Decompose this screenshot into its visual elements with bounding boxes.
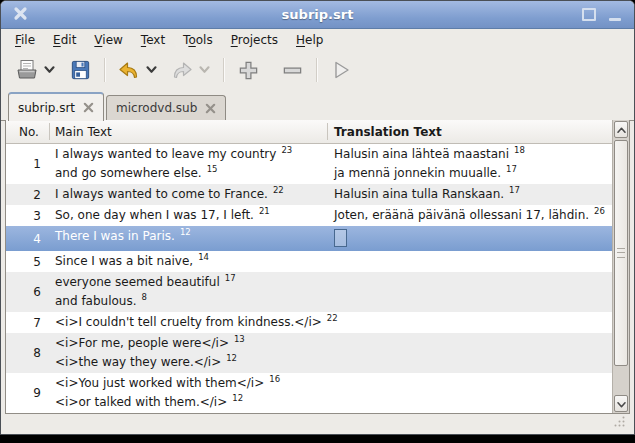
char-count: 12 [232, 393, 243, 403]
redo-dropdown[interactable] [196, 56, 213, 84]
char-count: 17 [225, 273, 236, 283]
open-file-button[interactable] [13, 56, 41, 84]
table-header: No. Main Text Translation Text [6, 120, 612, 144]
subtitle-table: No. Main Text Translation Text 1I always… [5, 120, 630, 414]
table-row[interactable]: 3So, one day when I was 17, I left.21Jot… [6, 205, 612, 226]
char-count: 18 [514, 145, 525, 155]
scroll-up-button[interactable] [614, 121, 628, 138]
subtitle-line: <i>For me, people were</i>13 [55, 334, 328, 353]
row-number: 7 [6, 312, 50, 333]
menu-projects[interactable]: Projects [222, 31, 287, 49]
subtitle-line: Joten, eräänä päivänä ollessani 17, lähd… [334, 206, 612, 225]
translation-text-cell[interactable]: Joten, eräänä päivänä ollessani 17, lähd… [328, 205, 612, 226]
desktop: { "window": { "title": "subrip.srt", "bu… [0, 0, 635, 443]
subtitle-line: and go somewhere else.15 [55, 164, 328, 183]
main-text-cell[interactable]: <i>I couldn't tell cruelty from kindness… [50, 312, 328, 333]
tab-label: subrip.srt [18, 101, 75, 115]
main-text-cell[interactable]: I always wanted to leave my country23and… [50, 144, 328, 184]
menu-help[interactable]: Help [287, 31, 332, 49]
menu-tools[interactable]: Tools [174, 31, 222, 49]
undo-icon [117, 58, 141, 82]
chevron-down-icon [199, 63, 210, 77]
table-row[interactable]: 2I always wanted to come to France.22Hal… [6, 184, 612, 205]
toolbar-separator [223, 58, 224, 82]
char-count: 12 [226, 353, 237, 363]
char-count: 8 [142, 292, 147, 302]
subtitle-line: I always wanted to come to France.22 [55, 185, 328, 204]
window-minimize-button[interactable] [602, 1, 628, 28]
menu-edit[interactable]: Edit [44, 31, 85, 49]
table-row[interactable]: 5Since I was a bit naive,14 [6, 251, 612, 272]
menu-file[interactable]: File [6, 31, 44, 49]
scrollbar-thumb[interactable] [614, 140, 628, 366]
subtitle-line: <i>the way they were.</i>12 [55, 353, 328, 372]
char-count: 17 [506, 164, 517, 174]
tabbar: subrip.srt microdvd.sub [1, 89, 634, 121]
subtitle-line: Since I was a bit naive,14 [55, 252, 328, 271]
titlebar[interactable]: subrip.srt [1, 1, 634, 29]
main-text-cell[interactable]: everyone seemed beautiful17and fabulous.… [50, 272, 328, 312]
toolbar-separator [316, 58, 317, 82]
translation-text-cell[interactable]: Halusin aina lähteä maastani18ja mennä j… [328, 144, 612, 184]
open-file-dropdown[interactable] [41, 56, 58, 84]
translation-text-cell[interactable] [328, 226, 612, 251]
scroll-down-button[interactable] [614, 395, 628, 412]
tab-close-button[interactable] [83, 102, 94, 113]
tab-close-button[interactable] [205, 103, 216, 114]
table-row[interactable]: 4There I was in Paris.12 [6, 226, 612, 251]
redo-button[interactable] [168, 56, 196, 84]
preview-button[interactable] [327, 56, 355, 84]
row-number: 5 [6, 251, 50, 272]
table-row[interactable]: 6everyone seemed beautiful17and fabulous… [6, 272, 612, 312]
chevron-down-icon [146, 63, 157, 77]
row-number: 2 [6, 184, 50, 205]
save-icon [69, 59, 92, 82]
main-text-cell[interactable]: Since I was a bit naive,14 [50, 251, 328, 272]
row-number: 1 [6, 144, 50, 184]
save-button[interactable] [66, 56, 94, 84]
main-text-cell[interactable]: <i>You just worked with them</i>16<i>or … [50, 373, 328, 413]
column-header-translation-text[interactable]: Translation Text [328, 120, 612, 143]
char-count: 22 [273, 185, 284, 195]
main-text-cell[interactable]: There I was in Paris.12 [50, 226, 328, 251]
toolbar-separator [104, 58, 105, 82]
insert-subtitle-button[interactable] [234, 56, 262, 84]
translation-text-cell[interactable] [328, 272, 612, 312]
translation-text-cell[interactable] [328, 251, 612, 272]
subtitle-line: ja mennä jonnekin muualle.17 [334, 164, 612, 183]
translation-text-cell[interactable]: Halusin aina tulla Ranskaan.17 [328, 184, 612, 205]
tab-microdvd[interactable]: microdvd.sub [106, 95, 226, 120]
undo-dropdown[interactable] [143, 56, 160, 84]
translation-text-cell[interactable] [328, 312, 612, 333]
row-number: 6 [6, 272, 50, 312]
statusbar [1, 414, 634, 434]
menu-text[interactable]: Text [132, 31, 174, 49]
main-text-cell[interactable]: <i>For me, people were</i>13<i>the way t… [50, 333, 328, 373]
open-file-icon [15, 58, 39, 82]
application-window: subrip.srt FileEditViewTextToolsProjects… [0, 0, 635, 435]
window-maximize-button[interactable] [576, 1, 602, 28]
subtitle-line: everyone seemed beautiful17 [55, 273, 328, 292]
translation-text-cell[interactable] [328, 373, 612, 413]
main-text-cell[interactable]: So, one day when I was 17, I left.21 [50, 205, 328, 226]
subtitle-line: <i>You just worked with them</i>16 [55, 374, 328, 393]
remove-subtitle-button[interactable] [278, 56, 306, 84]
table-row[interactable]: 1I always wanted to leave my country23an… [6, 144, 612, 184]
tab-subrip[interactable]: subrip.srt [8, 92, 104, 121]
table-row[interactable]: 7<i>I couldn't tell cruelty from kindnes… [6, 312, 612, 333]
translation-text-cell[interactable] [328, 333, 612, 373]
column-header-no[interactable]: No. [6, 120, 50, 143]
main-text-cell[interactable]: I always wanted to come to France.22 [50, 184, 328, 205]
resize-grip-icon[interactable] [613, 415, 626, 431]
menu-view[interactable]: View [85, 31, 131, 49]
table-row[interactable]: 8<i>For me, people were</i>13<i>the way … [6, 333, 612, 373]
column-header-main-text[interactable]: Main Text [50, 120, 328, 143]
undo-button[interactable] [115, 56, 143, 84]
vertical-scrollbar[interactable] [612, 120, 629, 413]
plus-icon [237, 59, 260, 82]
subtitle-line: <i>I couldn't tell cruelty from kindness… [55, 313, 328, 332]
scroll-down-icon [617, 397, 626, 411]
char-count: 14 [198, 252, 209, 262]
table-row[interactable]: 9<i>You just worked with them</i>16<i>or… [6, 373, 612, 413]
toolbar [1, 51, 634, 89]
